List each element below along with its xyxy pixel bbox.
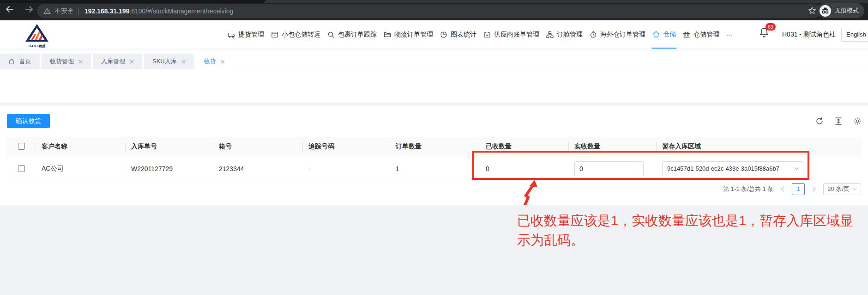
col-box-no: 箱号 xyxy=(213,137,303,156)
bookmark-star-icon[interactable] xyxy=(808,6,816,16)
settings-gear-icon[interactable] xyxy=(853,117,862,127)
nav-item-pickup[interactable]: 提货管理 xyxy=(227,20,265,49)
url-path[interactable]: :8100/#/stockManagement/receiving xyxy=(129,7,233,15)
address-bar[interactable]: 不安全 192.168.31.199:8100/#/stockManagemen… xyxy=(37,4,821,18)
main-nav: 提货管理 小包仓储转运 包裹订单跟踪 物流订单管理 图表统计 供应商账单管理 订… xyxy=(227,20,734,49)
page-number[interactable]: 1 xyxy=(792,183,805,195)
close-icon[interactable] xyxy=(181,58,186,65)
nav-item-warehouse[interactable]: 仓储 xyxy=(652,20,676,49)
pagination: 第 1-1 条/总共 1 条 1 20 条/页 xyxy=(723,183,861,196)
logo-text: HART物流 xyxy=(24,44,50,49)
select-all-checkbox[interactable] xyxy=(18,143,25,150)
page-tab-bar: 首页 收货管理 入库管理 SKU入库 收货 xyxy=(0,49,868,69)
nav-label: 供应商账单管理 xyxy=(494,31,539,39)
nav-item-chart-stats[interactable]: 图表统计 xyxy=(440,20,477,49)
security-label[interactable]: 不安全 xyxy=(54,7,74,15)
nav-item-warehouse-mgmt[interactable]: 仓储管理 xyxy=(682,20,720,49)
truck-icon xyxy=(228,31,235,38)
chevron-down-icon xyxy=(794,167,799,170)
tab-label: 收货管理 xyxy=(50,57,74,66)
close-icon[interactable] xyxy=(78,58,83,65)
app-header: HART物流 提货管理 小包仓储转运 包裹订单跟踪 物流订单管理 图表统计 供应… xyxy=(0,20,868,49)
forward-icon[interactable] xyxy=(24,4,34,14)
incognito-chip[interactable]: 无痕模式 xyxy=(818,3,864,18)
nav-item-booking[interactable]: 订舱管理 xyxy=(546,20,583,49)
filter-bar: 客户名称: 入库单号: 箱号: 重置 查询 展开 xyxy=(0,69,868,103)
cell-box-no: 2123344 xyxy=(213,165,303,172)
confirm-receive-button[interactable]: 确认收货 xyxy=(7,114,50,128)
language-select[interactable]: English xyxy=(841,28,868,42)
col-tracking: 追踪号码 xyxy=(303,137,390,156)
incognito-icon xyxy=(820,5,831,17)
clock-icon xyxy=(590,31,597,38)
nav-item-supplier-bills[interactable]: 供应商账单管理 xyxy=(483,20,540,49)
nav-label: 仓储 xyxy=(663,30,676,38)
nav-label: 海外仓订单管理 xyxy=(600,31,645,39)
browser-active-tab-edge xyxy=(264,0,868,3)
col-received-qty: 已收数量 xyxy=(480,137,569,156)
nav-label: 包裹订单跟踪 xyxy=(338,31,377,39)
next-page-icon[interactable] xyxy=(808,183,820,195)
tab-sku-inbound[interactable]: SKU入库 xyxy=(144,54,194,69)
col-storage-area: 暂存入库区域 xyxy=(657,137,861,156)
user-role-label[interactable]: H031 - 测试角色杜 xyxy=(782,20,836,49)
tab-home[interactable]: 首页 xyxy=(0,54,40,69)
nav-item-parcel-transfer[interactable]: 小包仓储转运 xyxy=(271,20,321,49)
app-logo[interactable]: HART物流 xyxy=(24,24,50,46)
col-order-qty: 订单数量 xyxy=(390,137,480,156)
close-icon[interactable] xyxy=(221,58,225,65)
bank-icon xyxy=(683,31,690,38)
nav-label: 物流订单管理 xyxy=(394,31,433,39)
row-checkbox[interactable] xyxy=(18,165,25,172)
nav-item-parcel-tracking[interactable]: 包裹订单跟踪 xyxy=(327,20,377,49)
tab-receiving[interactable]: 收货 xyxy=(196,54,233,69)
ellipsis-icon: ⋯ xyxy=(726,31,734,38)
notification-bell[interactable]: 69 xyxy=(759,27,775,43)
pie-chart-icon xyxy=(440,31,447,38)
row-height-icon[interactable] xyxy=(835,117,842,127)
home-icon xyxy=(8,58,15,65)
actual-qty-input[interactable] xyxy=(574,161,644,176)
omnibox-separator xyxy=(78,7,79,15)
warning-icon xyxy=(43,7,51,15)
page-background: 已收数量应该是1，实收数量应该也是1，暂存入库区域显 示为乱码。 xyxy=(0,205,868,295)
table-header-row: 客户名称 入库单号 箱号 追踪号码 订单数量 已收数量 实收数量 暂存入库区域 xyxy=(7,137,861,156)
main-content: 确认收货 客户名称 入库单号 箱号 追踪号码 订单数量 已收数量 实收数量 暂存… xyxy=(0,106,868,205)
storage-area-select[interactable]: 9c1457d1-520d-ec2c-433e-3a015f88a6b7 xyxy=(662,161,803,176)
annotation-line1: 已收数量应该是1，实收数量应该也是1，暂存入库区域显 xyxy=(517,211,853,230)
tab-label: SKU入库 xyxy=(152,57,177,66)
package-icon xyxy=(271,31,278,38)
notification-badge: 69 xyxy=(766,23,776,31)
tab-label: 收货 xyxy=(204,57,216,66)
cell-customer: AC公司 xyxy=(36,165,126,173)
table-row: AC公司 W2201127729 2123344 - 1 0 9c1457d1-… xyxy=(7,156,861,181)
back-icon[interactable] xyxy=(5,4,15,14)
nav-label: 小包仓储转运 xyxy=(282,31,320,39)
refresh-icon[interactable] xyxy=(815,117,824,127)
incognito-label: 无痕模式 xyxy=(835,6,859,15)
page-size-select[interactable]: 20 条/页 xyxy=(823,183,861,195)
bill-icon xyxy=(483,31,491,38)
browser-tabstrip xyxy=(0,0,868,3)
nav-label: 仓储管理 xyxy=(693,31,719,39)
search-icon xyxy=(327,31,335,38)
org-icon xyxy=(546,31,554,38)
nav-label: 订舱管理 xyxy=(557,31,583,39)
col-actual-qty: 实收数量 xyxy=(569,137,657,156)
prev-page-icon[interactable] xyxy=(777,183,788,195)
close-icon[interactable] xyxy=(130,58,134,65)
nav-item-more[interactable]: ⋯ xyxy=(726,20,734,49)
cell-inbound-no: W2201127729 xyxy=(126,165,213,172)
tab-receiving-mgmt[interactable]: 收货管理 xyxy=(42,54,91,69)
page-size-value: 20 条/页 xyxy=(827,185,850,193)
nav-item-logistics-orders[interactable]: 物流订单管理 xyxy=(383,20,434,49)
tab-label: 首页 xyxy=(19,57,31,66)
chevron-down-icon xyxy=(852,188,857,191)
url-host[interactable]: 192.168.31.199 xyxy=(84,7,129,15)
nav-item-overseas-orders[interactable]: 海外仓订单管理 xyxy=(589,20,646,49)
logo-icon xyxy=(25,24,49,42)
receiving-table: 客户名称 入库单号 箱号 追踪号码 订单数量 已收数量 实收数量 暂存入库区域 … xyxy=(7,137,861,181)
folder-icon xyxy=(384,31,391,38)
tab-inbound-mgmt[interactable]: 入库管理 xyxy=(93,54,142,69)
annotation-line2: 示为乱码。 xyxy=(517,230,853,250)
